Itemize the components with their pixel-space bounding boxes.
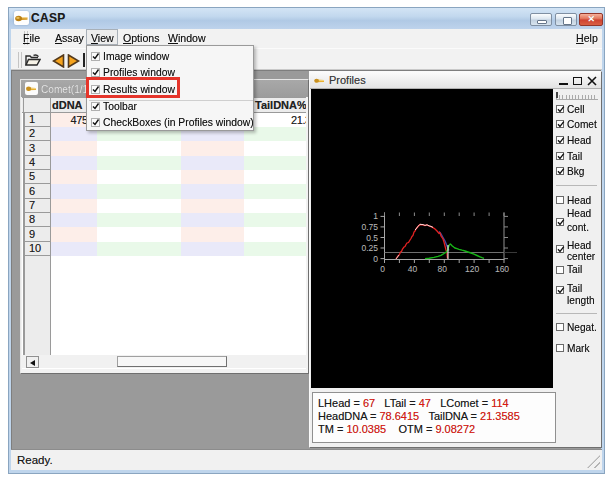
- svg-text:80: 80: [438, 264, 448, 274]
- svg-text:0: 0: [380, 264, 385, 274]
- svg-text:0.5: 0.5: [366, 233, 378, 243]
- svg-text:40: 40: [408, 264, 418, 274]
- svg-text:0: 0: [373, 254, 378, 264]
- svg-text:1: 1: [373, 211, 378, 221]
- svg-text:0.25: 0.25: [361, 243, 378, 253]
- svg-text:0.75: 0.75: [361, 222, 378, 232]
- svg-text:160: 160: [495, 264, 509, 274]
- svg-text:120: 120: [465, 264, 479, 274]
